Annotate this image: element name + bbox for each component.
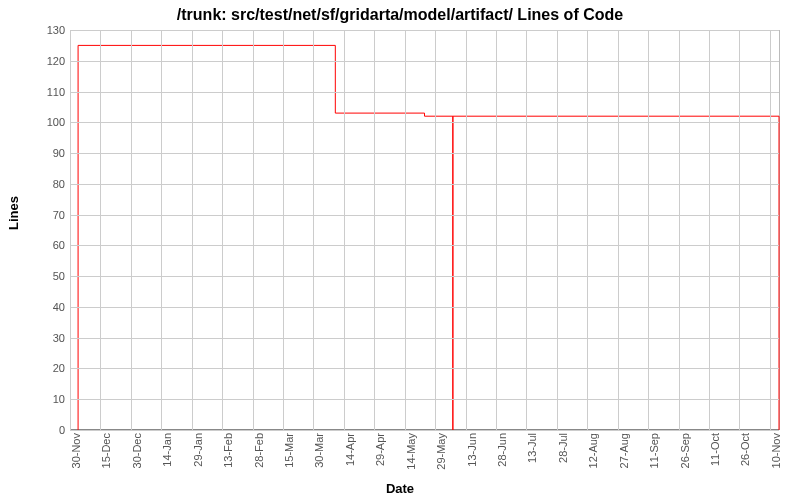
gridline-v bbox=[618, 30, 619, 430]
gridline-h bbox=[70, 368, 779, 369]
gridline-v bbox=[679, 30, 680, 430]
gridline-v bbox=[253, 30, 254, 430]
x-tick-label: 28-Jun bbox=[496, 433, 508, 493]
y-tick-label: 100 bbox=[10, 116, 65, 128]
loc-chart: /trunk: src/test/net/sf/gridarta/model/a… bbox=[0, 0, 800, 500]
gridline-v bbox=[526, 30, 527, 430]
x-tick-label: 30-Nov bbox=[70, 433, 82, 493]
x-tick-label: 13-Jun bbox=[466, 433, 478, 493]
x-tick-label: 12-Aug bbox=[587, 433, 599, 493]
y-tick-label: 70 bbox=[10, 209, 65, 221]
x-tick-label: 15-Dec bbox=[100, 433, 112, 493]
gridline-v bbox=[161, 30, 162, 430]
gridline-v bbox=[739, 30, 740, 430]
gridline-v bbox=[222, 30, 223, 430]
gridline-h bbox=[70, 215, 779, 216]
gridline-v bbox=[405, 30, 406, 430]
gridline-v bbox=[496, 30, 497, 430]
x-tick-label: 26-Sep bbox=[679, 433, 691, 493]
plot-area bbox=[70, 30, 780, 430]
gridline-h bbox=[70, 338, 779, 339]
gridline-h bbox=[70, 184, 779, 185]
gridline-v bbox=[70, 30, 71, 430]
gridline-v bbox=[709, 30, 710, 430]
gridline-h bbox=[70, 399, 779, 400]
y-tick-label: 60 bbox=[10, 239, 65, 251]
gridline-h bbox=[70, 307, 779, 308]
gridline-h bbox=[70, 276, 779, 277]
gridline-v bbox=[344, 30, 345, 430]
gridline-v bbox=[100, 30, 101, 430]
gridline-v bbox=[557, 30, 558, 430]
x-tick-label: 15-Mar bbox=[283, 433, 295, 493]
y-tick-label: 130 bbox=[10, 24, 65, 36]
gridline-h bbox=[70, 122, 779, 123]
y-tick-label: 0 bbox=[10, 424, 65, 436]
gridline-h bbox=[70, 30, 779, 31]
gridline-v bbox=[648, 30, 649, 430]
gridline-h bbox=[70, 61, 779, 62]
x-tick-label: 29-Jan bbox=[192, 433, 204, 493]
gridline-v bbox=[587, 30, 588, 430]
y-tick-label: 50 bbox=[10, 270, 65, 282]
chart-title: /trunk: src/test/net/sf/gridarta/model/a… bbox=[0, 6, 800, 24]
x-tick-label: 11-Oct bbox=[709, 433, 721, 493]
gridline-h bbox=[70, 92, 779, 93]
gridline-v bbox=[374, 30, 375, 430]
gridline-v bbox=[435, 30, 436, 430]
gridline-v bbox=[313, 30, 314, 430]
gridline-v bbox=[466, 30, 467, 430]
gridline-h bbox=[70, 245, 779, 246]
x-tick-label: 29-May bbox=[435, 433, 447, 493]
y-tick-label: 120 bbox=[10, 55, 65, 67]
x-tick-label: 26-Oct bbox=[739, 433, 751, 493]
x-tick-label: 14-Apr bbox=[344, 433, 356, 493]
x-tick-label: 28-Feb bbox=[253, 433, 265, 493]
series-polyline bbox=[78, 45, 779, 430]
y-tick-label: 110 bbox=[10, 86, 65, 98]
x-tick-label: 13-Jul bbox=[526, 433, 538, 493]
x-tick-label: 30-Mar bbox=[313, 433, 325, 493]
x-tick-label: 27-Aug bbox=[618, 433, 630, 493]
x-tick-label: 14-May bbox=[405, 433, 417, 493]
x-tick-label: 14-Jan bbox=[161, 433, 173, 493]
y-tick-label: 20 bbox=[10, 362, 65, 374]
y-tick-label: 90 bbox=[10, 147, 65, 159]
gridline-v bbox=[192, 30, 193, 430]
x-tick-label: 29-Apr bbox=[374, 433, 386, 493]
gridline-h bbox=[70, 430, 779, 431]
gridline-h bbox=[70, 153, 779, 154]
y-tick-label: 10 bbox=[10, 393, 65, 405]
gridline-v bbox=[283, 30, 284, 430]
x-tick-label: 30-Dec bbox=[131, 433, 143, 493]
x-tick-label: 10-Nov bbox=[770, 433, 782, 493]
gridline-v bbox=[131, 30, 132, 430]
gridline-v bbox=[770, 30, 771, 430]
x-tick-label: 11-Sep bbox=[648, 433, 660, 493]
x-tick-label: 28-Jul bbox=[557, 433, 569, 493]
data-series-line bbox=[70, 30, 779, 430]
y-tick-label: 40 bbox=[10, 301, 65, 313]
y-tick-label: 80 bbox=[10, 178, 65, 190]
x-tick-label: 13-Feb bbox=[222, 433, 234, 493]
y-tick-label: 30 bbox=[10, 332, 65, 344]
